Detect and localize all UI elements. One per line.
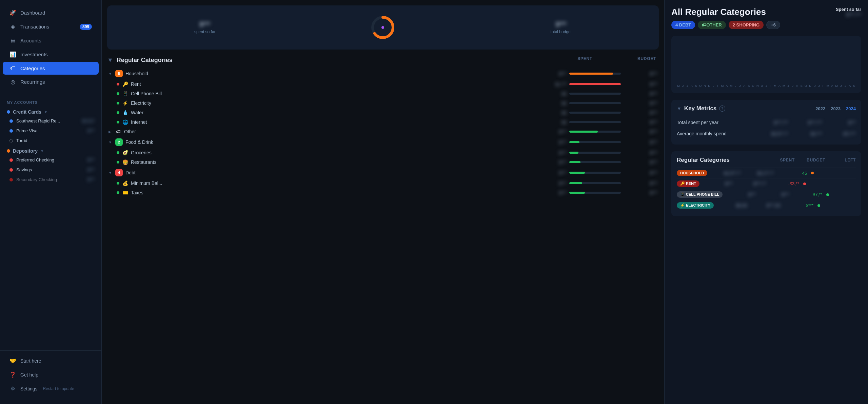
sidebar-item-accounts[interactable]: ▤Accounts xyxy=(3,34,99,47)
item-budget: $*** xyxy=(624,190,657,195)
group-chevron[interactable]: ▶ xyxy=(108,130,113,134)
credit-cards-group[interactable]: Credit Cards ▼ xyxy=(0,107,101,116)
rct-badge: HOUSEHOLD xyxy=(677,170,707,176)
item-spent-val: $*** xyxy=(546,160,567,165)
item-budget: $*** xyxy=(624,150,657,155)
tag-shopping[interactable]: 2 SHOPPING xyxy=(729,21,764,29)
account-amount: $*** xyxy=(87,168,95,172)
category-item-internet[interactable]: 🌐 Internet $0 $*** xyxy=(107,117,659,127)
budget-donut xyxy=(369,14,396,41)
category-group-debt[interactable]: ▼ 4 Debt $*** $*** xyxy=(107,167,659,178)
item-progress xyxy=(569,83,621,85)
km-val-2: $7/,*** xyxy=(822,131,856,136)
sidebar-item-recurrings[interactable]: ◎Recurrings xyxy=(3,75,99,89)
item-progress xyxy=(569,112,621,114)
category-group-food-drink[interactable]: ▼ 2 Food & Drink $*** $*** xyxy=(107,136,659,148)
group-chevron[interactable]: ▼ xyxy=(108,72,113,76)
category-item-electricity[interactable]: ⚡ Electricity $0 $*** xyxy=(107,98,659,108)
rct-row[interactable]: HOUSEHOLD $1,0**,** $2,1**,** 46 xyxy=(677,168,856,178)
rct-header: Regular Categories SPENT BUDGET LEFT xyxy=(677,157,856,163)
category-item-cell-phone-bill[interactable]: 📱 Cell Phone Bill $0 $*** xyxy=(107,89,659,98)
rct-rows: HOUSEHOLD $1,0**,** $2,1**,** 46 🔑 RENT … xyxy=(677,168,856,211)
chart-month-label: S xyxy=(800,84,803,88)
sidebar-item-categories[interactable]: 🏷Categories xyxy=(3,62,99,75)
tag-debt[interactable]: 4 DEBT xyxy=(671,21,695,29)
km-year-2024[interactable]: 2024 xyxy=(846,106,856,111)
chart-month-label: D xyxy=(813,84,816,88)
account-item[interactable]: Preferred Checking $*** xyxy=(0,155,101,165)
item-spent: $*** xyxy=(546,160,621,165)
sidebar-item-investments[interactable]: 📊Investments xyxy=(3,48,99,61)
get-help-label: Get help xyxy=(20,372,38,378)
km-row-label: Total spent per year xyxy=(677,120,754,125)
accounts-icon: ▤ xyxy=(9,37,16,44)
account-dot xyxy=(9,129,13,133)
category-group-household[interactable]: ▼ 5 Household $*** $*** xyxy=(107,68,659,79)
chart-month-label: A xyxy=(848,84,851,88)
right-panel: All Regular Categories Spent so far $***… xyxy=(665,0,868,404)
rct-badge: ⚡ ELECTRICITY xyxy=(677,202,714,209)
sidebar-footer-get-help[interactable]: ❓ Get help xyxy=(3,368,99,381)
rct-row[interactable]: ⚡ ELECTRICITY $0,00 $***,00 $*** xyxy=(677,200,856,211)
item-spent-val: $*** xyxy=(546,190,567,195)
tag-other[interactable]: 🏷OTHER xyxy=(698,21,726,29)
category-item-water[interactable]: 💧 Water $0 $*** xyxy=(107,108,659,117)
account-item[interactable]: Torrid xyxy=(0,136,101,146)
rct-row[interactable]: 📱 CELL PHONE BILL $*** $*** $7,** xyxy=(677,189,856,200)
account-item[interactable]: Savings $*** xyxy=(0,165,101,175)
sidebar-footer-settings[interactable]: ⚙ Settings Restart to update → xyxy=(3,382,99,395)
sidebar-item-transactions[interactable]: ◈Transactions899 xyxy=(3,20,99,33)
group-badge: 5 xyxy=(115,70,123,77)
account-item[interactable]: Secondary Checking $*** xyxy=(0,175,101,185)
chart-month-label: M xyxy=(826,84,829,88)
item-dot xyxy=(117,83,119,85)
chart-month-label: M xyxy=(782,84,786,88)
category-item-taxes[interactable]: 💳 Taxes $*** $*** xyxy=(107,188,659,197)
rct-row[interactable]: 🔑 RENT $*** $***,** -$3,** xyxy=(677,178,856,189)
km-help-icon[interactable]: ? xyxy=(719,105,725,112)
group-chevron[interactable]: ▼ xyxy=(108,171,113,175)
rct-budget: $2,1**,** xyxy=(743,171,774,176)
tag-more[interactable]: +6 xyxy=(766,21,780,29)
km-year-2023[interactable]: 2023 xyxy=(831,106,841,111)
item-spent-val: $1,*** xyxy=(546,82,567,87)
group-chevron[interactable]: ▼ xyxy=(108,140,113,144)
spent-so-far-label: Spent so far xyxy=(836,7,861,12)
km-year-2022[interactable]: 2022 xyxy=(815,106,825,111)
chart-month-label: O xyxy=(751,84,755,88)
chart-month-label: S xyxy=(694,84,698,88)
chart-month-label: J xyxy=(817,84,821,88)
get-help-icon: ❓ xyxy=(9,371,16,378)
start-here-icon: 🤝 xyxy=(9,358,16,364)
sidebar-item-dashboard[interactable]: 🚀Dashboard xyxy=(3,6,99,19)
depository-group[interactable]: Depository ▼ xyxy=(0,146,101,155)
rct-col-labels: SPENT BUDGET LEFT xyxy=(764,158,856,162)
group-progress-bar xyxy=(569,172,585,174)
recurrings-icon: ◎ xyxy=(9,79,16,85)
category-item-rent[interactable]: 🔑 Rent $1,*** $*** xyxy=(107,79,659,89)
accounts-label: Accounts xyxy=(20,38,41,43)
group-progress xyxy=(569,172,621,174)
rct-spent: $*** xyxy=(725,192,756,197)
km-collapse-icon[interactable]: ▼ xyxy=(677,106,682,111)
item-spent: $1,*** xyxy=(546,82,621,87)
group-icon: 🏷 xyxy=(115,129,121,134)
transactions-badge: 899 xyxy=(80,24,92,30)
item-progress xyxy=(569,152,621,154)
item-icon: 💧 xyxy=(122,110,128,115)
km-val-1: $***,*** xyxy=(788,120,822,125)
item-dot xyxy=(117,191,119,194)
sidebar-footer-start-here[interactable]: 🤝 Start here xyxy=(3,354,99,367)
collapse-icon[interactable]: ▼ xyxy=(107,57,113,64)
rct-left: $*** xyxy=(783,203,813,208)
category-group-other[interactable]: ▶ 🏷 Other $*** $*** xyxy=(107,127,659,136)
group-progress xyxy=(569,73,621,75)
account-item[interactable]: Southwest Rapid Re... $3,517 xyxy=(0,116,101,126)
item-progress xyxy=(569,102,621,104)
category-item-restaurants[interactable]: 🍔 Restaurants $*** $*** xyxy=(107,157,659,167)
category-item-minimum-bal...[interactable]: 💰 Minimum Bal... $*** $*** xyxy=(107,178,659,188)
account-item[interactable]: Prime Visa $*** xyxy=(0,126,101,136)
item-icon: 🍔 xyxy=(122,159,128,165)
category-item-groceries[interactable]: 🥑 Groceries $*** $*** xyxy=(107,148,659,157)
item-spent: $0 xyxy=(546,110,621,115)
